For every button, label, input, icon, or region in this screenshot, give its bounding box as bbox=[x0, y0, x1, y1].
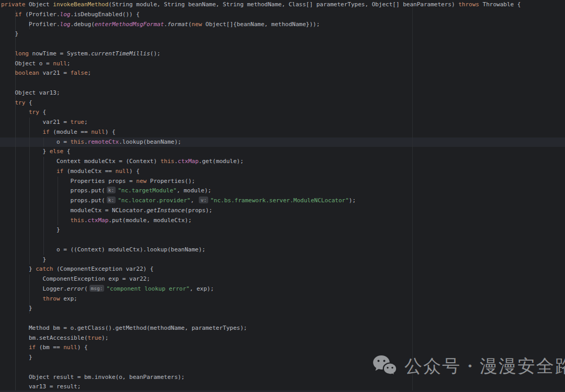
code-line[interactable]: props.put(k:"nc.locator.provider", v:"nc… bbox=[1, 196, 565, 206]
code-token: o = bbox=[1, 139, 70, 145]
code-line[interactable]: if (moduleCtx == null) { bbox=[1, 167, 565, 177]
code-editor[interactable]: private Object invokeBeanMethod(String m… bbox=[0, 0, 565, 392]
code-token: "component lookup error" bbox=[106, 285, 189, 292]
code-line[interactable]: } catch (ComponentException var22) { bbox=[1, 264, 565, 274]
code-token: , module); bbox=[177, 187, 211, 194]
code-token: (props); bbox=[185, 207, 212, 214]
code-line[interactable]: this.ctxMap.put(module, moduleCtx); bbox=[1, 216, 565, 226]
code-token: Context moduleCtx = (Context) bbox=[1, 158, 161, 165]
code-line[interactable]: Context moduleCtx = (Context) this.ctxMa… bbox=[1, 157, 565, 167]
code-token: null bbox=[53, 60, 67, 67]
code-token: , exp); bbox=[189, 285, 213, 292]
code-line[interactable]: o = ((Context) moduleCtx).lookup(beanNam… bbox=[1, 245, 565, 255]
code-token: remoteCtx bbox=[88, 139, 119, 145]
code-line[interactable] bbox=[1, 78, 565, 88]
code-token: ctxMap bbox=[178, 158, 199, 165]
code-line[interactable]: Object var13; bbox=[1, 88, 565, 98]
code-line[interactable]: moduleCtx = NCLocator.getInstance(props)… bbox=[1, 206, 565, 216]
code-token: Properties(); bbox=[146, 178, 195, 185]
code-token: ); bbox=[101, 335, 108, 341]
code-token: if bbox=[56, 168, 63, 175]
code-line[interactable]: } bbox=[1, 304, 565, 314]
code-line[interactable]: private Object invokeBeanMethod(String m… bbox=[1, 0, 565, 10]
code-line[interactable] bbox=[1, 39, 565, 49]
code-token: nowTime = System. bbox=[29, 50, 91, 57]
code-token: (moduleCtx == bbox=[63, 168, 115, 175]
code-line[interactable]: } bbox=[1, 29, 565, 39]
inlay-hint: k: bbox=[107, 187, 116, 193]
code-token: . bbox=[84, 217, 88, 224]
code-token: moduleCtx = NCLocator. bbox=[1, 207, 146, 214]
code-token: this bbox=[70, 139, 84, 145]
code-token: true bbox=[88, 335, 102, 341]
code-line[interactable]: } bbox=[1, 225, 565, 235]
code-line[interactable]: long nowTime = System.currentTimeMillis(… bbox=[1, 49, 565, 59]
code-token bbox=[1, 70, 15, 76]
code-line[interactable]: if (module == null) { bbox=[1, 128, 565, 137]
code-line[interactable]: throw exp; bbox=[1, 294, 565, 304]
code-line[interactable]: Object o = null; bbox=[1, 59, 565, 69]
code-token: true bbox=[70, 119, 84, 125]
code-token: throw bbox=[42, 295, 60, 302]
code-line[interactable]: } bbox=[1, 255, 565, 265]
code-token: else bbox=[50, 148, 64, 155]
code-token: (ComponentException var22) { bbox=[53, 266, 153, 272]
code-line[interactable]: bm.setAccessible(true); bbox=[1, 333, 565, 343]
code-token: (); bbox=[150, 50, 161, 57]
code-line[interactable]: Logger.error(msg:"component lookup error… bbox=[1, 284, 565, 294]
code-line[interactable]: props.put(k:"nc.targetModule", module); bbox=[1, 186, 565, 196]
code-token: ; bbox=[84, 119, 88, 125]
code-token: .put(module, moduleCtx); bbox=[108, 217, 191, 224]
code-token: var13 = result; bbox=[1, 383, 81, 390]
code-token: null bbox=[91, 129, 105, 135]
code-line[interactable]: if (bm == null) { bbox=[1, 343, 565, 353]
code-line[interactable]: try { bbox=[1, 98, 565, 108]
code-token: this bbox=[70, 217, 84, 224]
code-token: new bbox=[136, 178, 146, 185]
code-token bbox=[1, 295, 42, 302]
code-token: ); bbox=[349, 197, 356, 204]
code-token: .get(module); bbox=[199, 158, 244, 165]
code-token: if bbox=[42, 129, 49, 135]
code-token: Throwable { bbox=[479, 1, 521, 8]
code-lines[interactable]: private Object invokeBeanMethod(String m… bbox=[1, 0, 565, 392]
code-token: var21 = bbox=[39, 70, 71, 76]
code-line[interactable]: o = this.remoteCtx.lookup(beanName); bbox=[1, 137, 565, 147]
code-line[interactable] bbox=[1, 314, 565, 324]
code-token: (bm == bbox=[36, 344, 63, 351]
wechat-icon bbox=[372, 355, 398, 378]
code-token: Object o = bbox=[1, 60, 53, 67]
code-token: "nc.targetModule" bbox=[118, 187, 177, 194]
code-token: } bbox=[1, 226, 60, 233]
inlay-hint: v: bbox=[199, 197, 208, 203]
code-token: ( bbox=[84, 285, 88, 292]
code-token: ComponentException exp = var22; bbox=[1, 275, 150, 282]
code-line[interactable]: Profiler.log.debug(enterMethodMsgFormat.… bbox=[1, 20, 565, 30]
code-token: ; bbox=[67, 60, 71, 67]
code-token: null bbox=[116, 168, 130, 175]
code-token: format bbox=[167, 21, 188, 28]
code-line[interactable]: boolean var21 = false; bbox=[1, 68, 565, 78]
code-token bbox=[1, 129, 42, 135]
code-line[interactable]: try { bbox=[1, 108, 565, 118]
inlay-hint: k: bbox=[107, 197, 116, 203]
code-line[interactable] bbox=[1, 235, 565, 245]
code-token: currentTimeMillis bbox=[91, 50, 150, 57]
code-line[interactable]: var21 = true; bbox=[1, 118, 565, 128]
code-token: private bbox=[1, 1, 25, 8]
code-token: . bbox=[164, 21, 167, 28]
code-token: Method bm = o.getClass().getMethod(metho… bbox=[1, 325, 247, 331]
code-line[interactable]: Method bm = o.getClass().getMethod(metho… bbox=[1, 324, 565, 333]
code-token: log bbox=[60, 21, 71, 28]
code-line[interactable]: Properties props = new Properties(); bbox=[1, 177, 565, 187]
code-line[interactable]: ComponentException exp = var22; bbox=[1, 274, 565, 284]
code-line[interactable]: if (Profiler.log.isDebugEnabled()) { bbox=[1, 10, 565, 20]
code-token: } bbox=[1, 256, 46, 263]
code-token: exp; bbox=[60, 295, 77, 302]
code-token: .debug( bbox=[70, 21, 94, 28]
code-token bbox=[1, 99, 15, 106]
code-token: boolean bbox=[15, 70, 39, 76]
code-line[interactable]: } else { bbox=[1, 147, 565, 157]
code-token: null bbox=[63, 344, 77, 351]
code-token: Object result = bm.invoke(o, beanParamet… bbox=[1, 374, 185, 381]
